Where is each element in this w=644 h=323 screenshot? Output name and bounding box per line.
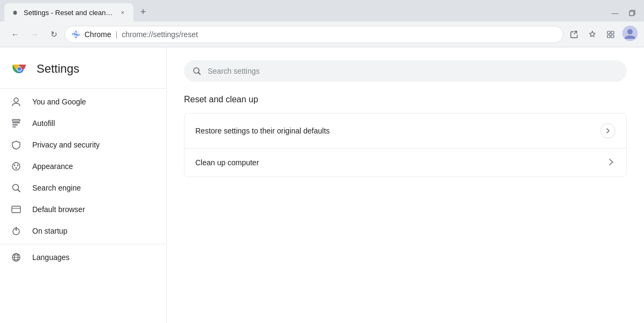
section-title: Reset and clean up xyxy=(184,95,627,104)
svg-rect-17 xyxy=(12,127,16,128)
svg-rect-14 xyxy=(12,120,20,121)
restore-defaults-arrow[interactable] xyxy=(600,123,615,138)
nav-right-buttons xyxy=(565,26,638,43)
svg-line-23 xyxy=(18,190,20,192)
sidebar-item-label: Languages xyxy=(32,253,69,262)
settings-card: Restore settings to their original defau… xyxy=(184,113,627,177)
sidebar-item-autofill[interactable]: Autofill xyxy=(0,113,158,134)
autofill-icon xyxy=(11,118,22,129)
back-button[interactable]: ← xyxy=(6,26,24,43)
restore-button[interactable] xyxy=(625,8,640,18)
reload-button[interactable]: ↻ xyxy=(45,26,62,43)
clean-up-computer-arrow[interactable] xyxy=(609,159,615,167)
search-icon xyxy=(11,182,22,193)
window-controls: — xyxy=(607,8,640,22)
sidebar-item-default-browser[interactable]: Default browser xyxy=(0,199,158,220)
main-content: Settings You and Google Autofill xyxy=(0,47,644,323)
sidebar-divider-2 xyxy=(0,244,166,244)
address-separator: | xyxy=(116,30,118,39)
sidebar-item-label: Privacy and security xyxy=(32,141,100,149)
power-icon xyxy=(11,226,22,236)
minimize-button[interactable]: — xyxy=(607,8,622,18)
address-bar[interactable]: Chrome | chrome://settings/reset xyxy=(65,26,563,43)
svg-line-34 xyxy=(199,73,200,74)
forward-button[interactable]: → xyxy=(26,26,43,43)
svg-rect-5 xyxy=(611,31,614,34)
bookmark-button[interactable] xyxy=(584,26,601,43)
svg-point-21 xyxy=(16,167,17,169)
profile-avatar[interactable] xyxy=(622,26,638,41)
svg-rect-15 xyxy=(12,122,20,123)
person-icon xyxy=(11,96,22,107)
shield-icon xyxy=(11,139,22,150)
page-content: Reset and clean up Restore settings to t… xyxy=(167,47,644,323)
sidebar-item-on-startup[interactable]: On startup xyxy=(0,220,158,242)
chrome-logo xyxy=(11,60,28,78)
search-bar-icon xyxy=(193,67,201,75)
svg-rect-24 xyxy=(12,206,20,213)
sidebar-item-label: Default browser xyxy=(32,205,85,214)
globe-icon xyxy=(11,252,22,263)
sidebar: Settings You and Google Autofill xyxy=(0,47,167,323)
svg-point-9 xyxy=(627,29,633,34)
browser-frame: Settings - Reset and clean up × + — ← → … xyxy=(0,0,644,323)
svg-point-13 xyxy=(14,98,18,102)
search-input[interactable] xyxy=(208,67,618,75)
address-domain: Chrome | chrome://settings/reset xyxy=(84,30,198,39)
chevron-right-icon xyxy=(609,159,613,165)
svg-point-19 xyxy=(14,165,16,166)
restore-defaults-row[interactable]: Restore settings to their original defau… xyxy=(185,114,626,149)
share-button[interactable] xyxy=(565,26,583,43)
restore-defaults-label: Restore settings to their original defau… xyxy=(195,127,600,135)
sidebar-item-label: Autofill xyxy=(32,119,55,128)
svg-point-20 xyxy=(17,165,19,166)
search-bar[interactable] xyxy=(184,60,627,82)
sidebar-item-privacy-security[interactable]: Privacy and security xyxy=(0,134,158,156)
search-bar-container xyxy=(184,60,627,82)
svg-rect-16 xyxy=(12,124,18,125)
sidebar-item-you-and-google[interactable]: You and Google xyxy=(0,91,158,113)
sidebar-divider xyxy=(0,88,166,89)
palette-icon xyxy=(11,161,22,172)
svg-rect-4 xyxy=(607,31,610,34)
sidebar-item-label: On startup xyxy=(32,227,67,235)
svg-rect-1 xyxy=(629,11,634,16)
tab-close-button[interactable]: × xyxy=(118,8,127,17)
star-icon xyxy=(588,30,597,39)
clean-up-computer-label: Clean up computer xyxy=(195,158,609,167)
extensions-button[interactable] xyxy=(602,26,619,43)
sidebar-item-languages[interactable]: Languages xyxy=(0,247,158,268)
sidebar-item-label: You and Google xyxy=(32,97,86,106)
avatar-icon xyxy=(622,26,638,41)
clean-up-computer-row[interactable]: Clean up computer xyxy=(185,149,626,177)
navigation-bar: ← → ↻ Chrome | chrome://settings/reset xyxy=(0,22,644,47)
sidebar-item-label: Appearance xyxy=(32,162,73,171)
svg-point-12 xyxy=(18,67,22,71)
svg-point-22 xyxy=(13,185,19,191)
share-icon xyxy=(570,30,578,39)
extensions-icon xyxy=(606,30,615,39)
sidebar-item-appearance[interactable]: Appearance xyxy=(0,156,158,177)
chevron-right-circle-icon xyxy=(605,128,611,134)
sidebar-item-label: Search engine xyxy=(32,184,81,192)
address-favicon xyxy=(72,30,80,39)
svg-point-18 xyxy=(12,163,20,170)
sidebar-header: Settings xyxy=(0,56,166,86)
active-tab[interactable]: Settings - Reset and clean up × xyxy=(4,3,133,22)
tab-favicon xyxy=(11,8,19,17)
svg-rect-7 xyxy=(611,35,614,38)
tab-title: Settings - Reset and clean up xyxy=(24,9,114,17)
settings-page-title: Settings xyxy=(37,62,80,76)
browser-icon xyxy=(11,204,22,215)
svg-rect-6 xyxy=(607,35,610,38)
new-tab-button[interactable]: + xyxy=(136,4,151,19)
sidebar-item-search-engine[interactable]: Search engine xyxy=(0,177,158,199)
restore-icon xyxy=(629,10,635,16)
tab-bar: Settings - Reset and clean up × + — xyxy=(0,0,644,22)
